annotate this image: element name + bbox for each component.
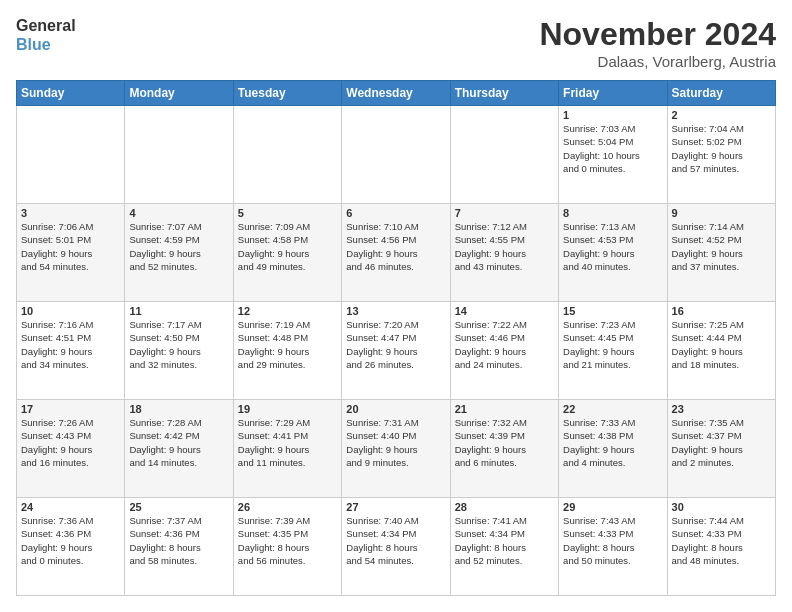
day-number: 9 bbox=[672, 207, 771, 219]
calendar-cell: 20Sunrise: 7:31 AM Sunset: 4:40 PM Dayli… bbox=[342, 400, 450, 498]
calendar-cell: 11Sunrise: 7:17 AM Sunset: 4:50 PM Dayli… bbox=[125, 302, 233, 400]
day-detail: Sunrise: 7:41 AM Sunset: 4:34 PM Dayligh… bbox=[455, 514, 554, 567]
calendar-cell: 12Sunrise: 7:19 AM Sunset: 4:48 PM Dayli… bbox=[233, 302, 341, 400]
day-number: 11 bbox=[129, 305, 228, 317]
weekday-header-sunday: Sunday bbox=[17, 81, 125, 106]
calendar-cell bbox=[233, 106, 341, 204]
calendar-cell: 27Sunrise: 7:40 AM Sunset: 4:34 PM Dayli… bbox=[342, 498, 450, 596]
calendar-cell: 24Sunrise: 7:36 AM Sunset: 4:36 PM Dayli… bbox=[17, 498, 125, 596]
logo-text: General bbox=[16, 16, 76, 35]
calendar-cell: 19Sunrise: 7:29 AM Sunset: 4:41 PM Dayli… bbox=[233, 400, 341, 498]
day-number: 16 bbox=[672, 305, 771, 317]
calendar-table: SundayMondayTuesdayWednesdayThursdayFrid… bbox=[16, 80, 776, 596]
day-detail: Sunrise: 7:43 AM Sunset: 4:33 PM Dayligh… bbox=[563, 514, 662, 567]
day-detail: Sunrise: 7:09 AM Sunset: 4:58 PM Dayligh… bbox=[238, 220, 337, 273]
day-number: 20 bbox=[346, 403, 445, 415]
day-detail: Sunrise: 7:25 AM Sunset: 4:44 PM Dayligh… bbox=[672, 318, 771, 371]
day-detail: Sunrise: 7:10 AM Sunset: 4:56 PM Dayligh… bbox=[346, 220, 445, 273]
day-detail: Sunrise: 7:35 AM Sunset: 4:37 PM Dayligh… bbox=[672, 416, 771, 469]
page: General Blue November 2024 Dalaas, Vorar… bbox=[0, 0, 792, 612]
calendar-cell: 14Sunrise: 7:22 AM Sunset: 4:46 PM Dayli… bbox=[450, 302, 558, 400]
day-number: 29 bbox=[563, 501, 662, 513]
day-detail: Sunrise: 7:44 AM Sunset: 4:33 PM Dayligh… bbox=[672, 514, 771, 567]
weekday-header-monday: Monday bbox=[125, 81, 233, 106]
day-number: 10 bbox=[21, 305, 120, 317]
day-number: 5 bbox=[238, 207, 337, 219]
day-detail: Sunrise: 7:37 AM Sunset: 4:36 PM Dayligh… bbox=[129, 514, 228, 567]
day-detail: Sunrise: 7:40 AM Sunset: 4:34 PM Dayligh… bbox=[346, 514, 445, 567]
calendar-cell: 7Sunrise: 7:12 AM Sunset: 4:55 PM Daylig… bbox=[450, 204, 558, 302]
calendar-cell: 17Sunrise: 7:26 AM Sunset: 4:43 PM Dayli… bbox=[17, 400, 125, 498]
calendar-cell: 16Sunrise: 7:25 AM Sunset: 4:44 PM Dayli… bbox=[667, 302, 775, 400]
calendar-cell bbox=[17, 106, 125, 204]
title-area: November 2024 Dalaas, Vorarlberg, Austri… bbox=[539, 16, 776, 70]
day-number: 7 bbox=[455, 207, 554, 219]
logo: General Blue bbox=[16, 16, 76, 54]
calendar-cell bbox=[342, 106, 450, 204]
day-number: 6 bbox=[346, 207, 445, 219]
day-number: 2 bbox=[672, 109, 771, 121]
weekday-header-tuesday: Tuesday bbox=[233, 81, 341, 106]
day-detail: Sunrise: 7:07 AM Sunset: 4:59 PM Dayligh… bbox=[129, 220, 228, 273]
calendar-week-row: 3Sunrise: 7:06 AM Sunset: 5:01 PM Daylig… bbox=[17, 204, 776, 302]
calendar-week-row: 24Sunrise: 7:36 AM Sunset: 4:36 PM Dayli… bbox=[17, 498, 776, 596]
calendar-cell: 2Sunrise: 7:04 AM Sunset: 5:02 PM Daylig… bbox=[667, 106, 775, 204]
calendar-cell: 3Sunrise: 7:06 AM Sunset: 5:01 PM Daylig… bbox=[17, 204, 125, 302]
month-title: November 2024 bbox=[539, 16, 776, 53]
day-detail: Sunrise: 7:20 AM Sunset: 4:47 PM Dayligh… bbox=[346, 318, 445, 371]
day-number: 14 bbox=[455, 305, 554, 317]
day-number: 19 bbox=[238, 403, 337, 415]
day-detail: Sunrise: 7:26 AM Sunset: 4:43 PM Dayligh… bbox=[21, 416, 120, 469]
calendar-cell: 15Sunrise: 7:23 AM Sunset: 4:45 PM Dayli… bbox=[559, 302, 667, 400]
logo-text-blue: Blue bbox=[16, 35, 76, 54]
day-number: 30 bbox=[672, 501, 771, 513]
calendar-cell: 28Sunrise: 7:41 AM Sunset: 4:34 PM Dayli… bbox=[450, 498, 558, 596]
day-detail: Sunrise: 7:19 AM Sunset: 4:48 PM Dayligh… bbox=[238, 318, 337, 371]
day-number: 23 bbox=[672, 403, 771, 415]
day-detail: Sunrise: 7:14 AM Sunset: 4:52 PM Dayligh… bbox=[672, 220, 771, 273]
day-number: 4 bbox=[129, 207, 228, 219]
day-number: 1 bbox=[563, 109, 662, 121]
day-detail: Sunrise: 7:39 AM Sunset: 4:35 PM Dayligh… bbox=[238, 514, 337, 567]
calendar-cell: 13Sunrise: 7:20 AM Sunset: 4:47 PM Dayli… bbox=[342, 302, 450, 400]
weekday-header-wednesday: Wednesday bbox=[342, 81, 450, 106]
day-detail: Sunrise: 7:33 AM Sunset: 4:38 PM Dayligh… bbox=[563, 416, 662, 469]
calendar-cell: 9Sunrise: 7:14 AM Sunset: 4:52 PM Daylig… bbox=[667, 204, 775, 302]
day-number: 21 bbox=[455, 403, 554, 415]
weekday-header-thursday: Thursday bbox=[450, 81, 558, 106]
calendar-cell bbox=[125, 106, 233, 204]
day-detail: Sunrise: 7:32 AM Sunset: 4:39 PM Dayligh… bbox=[455, 416, 554, 469]
calendar-week-row: 1Sunrise: 7:03 AM Sunset: 5:04 PM Daylig… bbox=[17, 106, 776, 204]
weekday-header-saturday: Saturday bbox=[667, 81, 775, 106]
day-detail: Sunrise: 7:16 AM Sunset: 4:51 PM Dayligh… bbox=[21, 318, 120, 371]
calendar-cell: 5Sunrise: 7:09 AM Sunset: 4:58 PM Daylig… bbox=[233, 204, 341, 302]
calendar-cell: 29Sunrise: 7:43 AM Sunset: 4:33 PM Dayli… bbox=[559, 498, 667, 596]
day-detail: Sunrise: 7:23 AM Sunset: 4:45 PM Dayligh… bbox=[563, 318, 662, 371]
day-detail: Sunrise: 7:12 AM Sunset: 4:55 PM Dayligh… bbox=[455, 220, 554, 273]
day-number: 27 bbox=[346, 501, 445, 513]
day-number: 28 bbox=[455, 501, 554, 513]
header: General Blue November 2024 Dalaas, Vorar… bbox=[16, 16, 776, 70]
day-number: 17 bbox=[21, 403, 120, 415]
calendar-cell: 22Sunrise: 7:33 AM Sunset: 4:38 PM Dayli… bbox=[559, 400, 667, 498]
calendar-cell: 1Sunrise: 7:03 AM Sunset: 5:04 PM Daylig… bbox=[559, 106, 667, 204]
day-number: 25 bbox=[129, 501, 228, 513]
calendar-cell: 8Sunrise: 7:13 AM Sunset: 4:53 PM Daylig… bbox=[559, 204, 667, 302]
day-detail: Sunrise: 7:13 AM Sunset: 4:53 PM Dayligh… bbox=[563, 220, 662, 273]
day-detail: Sunrise: 7:29 AM Sunset: 4:41 PM Dayligh… bbox=[238, 416, 337, 469]
calendar-cell: 23Sunrise: 7:35 AM Sunset: 4:37 PM Dayli… bbox=[667, 400, 775, 498]
day-detail: Sunrise: 7:28 AM Sunset: 4:42 PM Dayligh… bbox=[129, 416, 228, 469]
calendar-cell: 10Sunrise: 7:16 AM Sunset: 4:51 PM Dayli… bbox=[17, 302, 125, 400]
calendar-cell: 4Sunrise: 7:07 AM Sunset: 4:59 PM Daylig… bbox=[125, 204, 233, 302]
weekday-header-friday: Friday bbox=[559, 81, 667, 106]
day-number: 18 bbox=[129, 403, 228, 415]
calendar-cell: 25Sunrise: 7:37 AM Sunset: 4:36 PM Dayli… bbox=[125, 498, 233, 596]
day-number: 26 bbox=[238, 501, 337, 513]
day-detail: Sunrise: 7:03 AM Sunset: 5:04 PM Dayligh… bbox=[563, 122, 662, 175]
day-number: 12 bbox=[238, 305, 337, 317]
day-number: 15 bbox=[563, 305, 662, 317]
calendar-cell: 21Sunrise: 7:32 AM Sunset: 4:39 PM Dayli… bbox=[450, 400, 558, 498]
calendar-week-row: 10Sunrise: 7:16 AM Sunset: 4:51 PM Dayli… bbox=[17, 302, 776, 400]
day-number: 24 bbox=[21, 501, 120, 513]
calendar-cell: 18Sunrise: 7:28 AM Sunset: 4:42 PM Dayli… bbox=[125, 400, 233, 498]
